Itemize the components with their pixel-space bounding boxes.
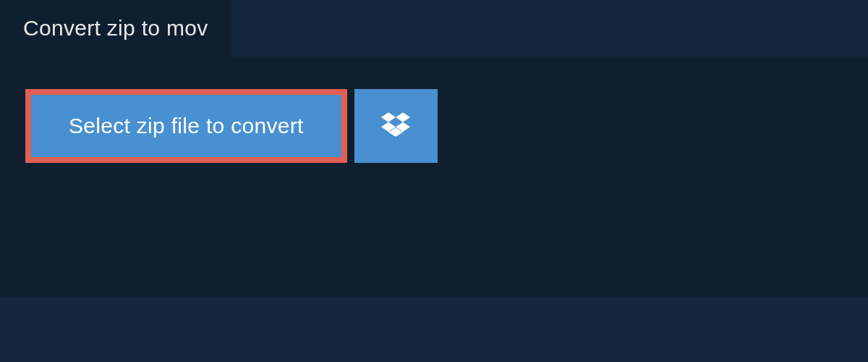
select-file-label: Select zip file to convert: [69, 114, 304, 138]
dropbox-button[interactable]: [354, 89, 438, 163]
tab-label: Convert zip to mov: [23, 16, 208, 40]
tab-convert[interactable]: Convert zip to mov: [0, 0, 231, 56]
content-panel: Select zip file to convert: [0, 56, 868, 297]
tab-bar: Convert zip to mov: [0, 0, 868, 56]
dropbox-icon: [381, 110, 410, 142]
select-file-button[interactable]: Select zip file to convert: [25, 89, 347, 163]
button-group: Select zip file to convert: [25, 89, 843, 163]
